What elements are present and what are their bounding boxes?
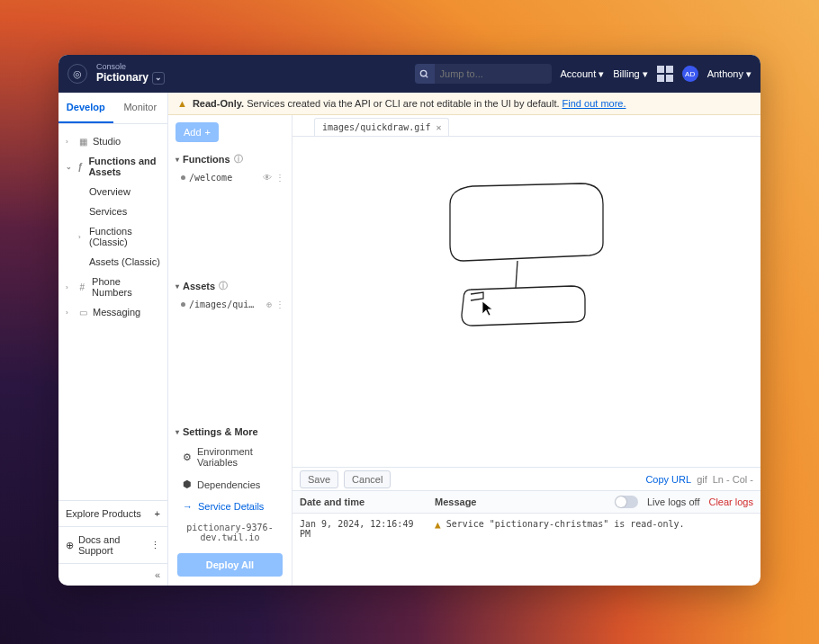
live-logs-toggle[interactable] [615, 496, 638, 508]
app-switcher-icon[interactable]: ◎ [68, 64, 87, 84]
cancel-button[interactable]: Cancel [344, 470, 391, 488]
log-entry-message: Service "pictionary-christmas" is read-o… [446, 519, 685, 529]
status-dot-icon [181, 302, 185, 307]
gear-icon: ⚙ [183, 452, 192, 463]
info-icon[interactable]: ⓘ [219, 280, 228, 292]
globe-icon[interactable]: ⊕ [266, 300, 272, 309]
explore-products[interactable]: Explore Products + [58, 500, 167, 526]
sidebar: Develop Monitor ›▦Studio ⌄ƒFunctions and… [58, 93, 168, 586]
chevron-down-icon: ▾ [176, 156, 179, 164]
nav-functions-classic[interactable]: ›Functions (Classic) [89, 221, 167, 252]
warning-icon: ▲ [177, 98, 187, 109]
service-details-row[interactable]: →Service Details [168, 496, 292, 517]
nav-messaging[interactable]: ›▭Messaging [58, 302, 167, 322]
file-tab[interactable]: images/quickdraw.gif ✕ [314, 118, 449, 136]
warning-icon: ▲ [435, 519, 441, 531]
deploy-all-button[interactable]: Deploy All [177, 553, 283, 577]
cursor-position: Ln - Col - [713, 474, 753, 485]
arrow-icon: → [183, 501, 193, 512]
messaging-icon: ▭ [77, 308, 88, 318]
settings-section-header[interactable]: ▾Settings & More [168, 423, 292, 441]
topbar: ◎ Console Pictionary ⌄ Account▾ Billing▾… [58, 55, 760, 93]
product-switcher-chevron-icon[interactable]: ⌄ [152, 72, 165, 85]
nav-functions-assets[interactable]: ⌄ƒFunctions and Assets [58, 151, 167, 182]
chevron-down-icon: ▾ [176, 428, 179, 436]
quickdraw-sketch [400, 173, 634, 353]
files-panel: Add+ ▾Functionsⓘ /welcome 👁⋮ ▾Assetsⓘ /i… [168, 115, 292, 586]
search-icon [415, 64, 435, 84]
nav-phone-numbers[interactable]: ›#Phone Numbers [58, 272, 167, 302]
chevron-down-icon: ▾ [643, 68, 648, 80]
docs-support[interactable]: ⊕Docs and Support ⋮ [58, 526, 167, 563]
nav-studio[interactable]: ›▦Studio [58, 131, 167, 151]
assets-section-header[interactable]: ▾Assetsⓘ [168, 276, 292, 296]
live-logs-label: Live logs off [647, 496, 700, 507]
functions-section-header[interactable]: ▾Functionsⓘ [168, 149, 292, 169]
svg-line-2 [516, 261, 518, 288]
hash-icon: # [77, 282, 87, 292]
chevron-left-icon: « [155, 569, 160, 580]
nav-services[interactable]: Services [89, 201, 167, 221]
plus-icon: + [205, 127, 211, 138]
status-dot-icon [181, 175, 185, 180]
log-entry-date: Jan 9, 2024, 12:16:49 PM [300, 519, 426, 580]
svg-point-0 [420, 70, 426, 76]
add-button[interactable]: Add+ [176, 122, 219, 142]
chevron-down-icon: ▾ [176, 282, 179, 291]
plus-icon: + [155, 508, 160, 519]
chevron-right-icon: › [66, 283, 73, 291]
product-name: Pictionary [96, 72, 148, 84]
account-menu[interactable]: Account▾ [561, 68, 605, 80]
more-icon[interactable]: ⋮ [275, 173, 284, 183]
package-icon: ⬢ [183, 479, 192, 490]
more-icon[interactable]: ⋮ [150, 540, 160, 551]
banner-bold: Read-Only. [193, 98, 244, 109]
file-tab-label: images/quickdraw.gif [322, 122, 430, 132]
tab-develop[interactable]: Develop [58, 93, 113, 123]
clear-logs-button[interactable]: Clear logs [708, 496, 753, 507]
user-menu[interactable]: Anthony▾ [707, 68, 752, 80]
chevron-right-icon: › [66, 138, 73, 146]
globe-icon: ⊕ [66, 540, 74, 551]
readonly-banner: ▲ Read-Only. Services created via the AP… [168, 93, 760, 115]
banner-link[interactable]: Find out more. [562, 98, 626, 109]
collapse-sidebar-button[interactable]: « [58, 563, 167, 586]
file-tab-bar: images/quickdraw.gif ✕ [292, 115, 760, 137]
editor-footer: Save Cancel Copy URL gif Ln - Col - [292, 467, 760, 490]
more-icon[interactable]: ⋮ [275, 300, 284, 309]
search-box[interactable] [415, 64, 552, 84]
tab-monitor[interactable]: Monitor [113, 93, 168, 123]
env-vars-row[interactable]: ⚙Environment Variables [168, 441, 292, 473]
app-grid-icon[interactable] [657, 66, 673, 82]
app-window: ◎ Console Pictionary ⌄ Account▾ Billing▾… [58, 55, 760, 586]
billing-menu[interactable]: Billing▾ [613, 68, 647, 80]
functions-icon: ƒ [76, 162, 84, 172]
asset-file[interactable]: /images/qui… ⊕⋮ [168, 296, 292, 313]
service-domain: pictionary-9376-dev.twil.io [168, 517, 292, 548]
cursor-icon [482, 300, 494, 319]
chevron-down-icon: ▾ [746, 68, 752, 80]
chevron-right-icon: › [78, 233, 86, 241]
visibility-icon[interactable]: 👁 [263, 173, 272, 183]
main-area: ▲ Read-Only. Services created via the AP… [168, 93, 760, 586]
logs-body: Jan 9, 2024, 12:16:49 PM ▲ Service "pict… [292, 514, 760, 586]
close-icon[interactable]: ✕ [436, 122, 441, 132]
logs-col-date: Date and time [300, 496, 426, 507]
sidebar-tabs: Develop Monitor [58, 93, 167, 124]
logs-header: Date and time Message Live logs off Clea… [292, 490, 760, 514]
nav-overview[interactable]: Overview [89, 182, 167, 201]
function-file[interactable]: /welcome 👁⋮ [168, 169, 292, 186]
nav-assets-classic[interactable]: Assets (Classic) [89, 252, 167, 272]
dependencies-row[interactable]: ⬢Dependencies [168, 473, 292, 496]
save-button[interactable]: Save [300, 470, 338, 488]
chevron-right-icon: › [66, 309, 73, 317]
info-icon[interactable]: ⓘ [234, 153, 243, 165]
search-input[interactable] [435, 68, 552, 79]
copy-url-button[interactable]: Copy URL [645, 474, 691, 485]
logs-col-message: Message [435, 496, 606, 507]
chevron-down-icon: ▾ [598, 68, 604, 80]
user-avatar: AD [682, 66, 698, 82]
studio-icon: ▦ [77, 137, 88, 147]
editor-column: images/quickdraw.gif ✕ [292, 115, 760, 586]
banner-text: Services created via the API or CLI are … [247, 98, 559, 109]
